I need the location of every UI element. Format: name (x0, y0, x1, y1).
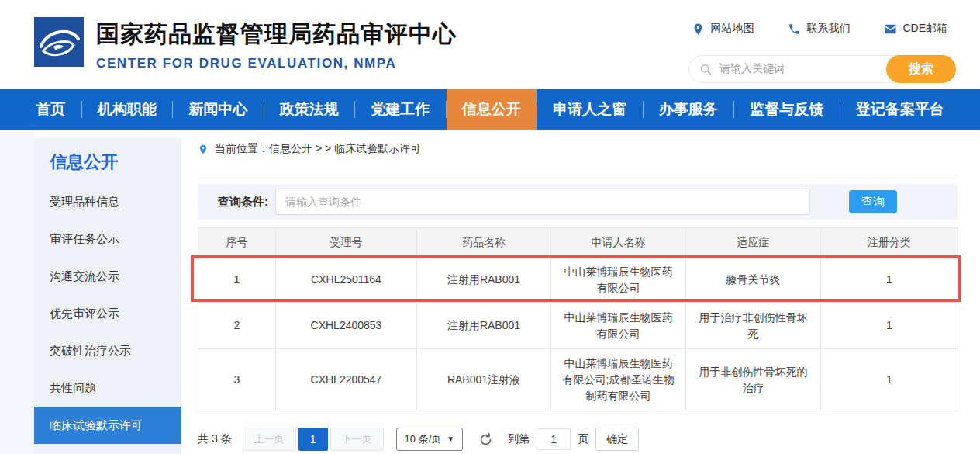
table-cell: 用于治疗非创伤性骨坏死 (686, 303, 821, 349)
column-header: 适应症 (686, 228, 821, 258)
table-cell: 3 (198, 349, 276, 411)
location-pin-icon (692, 23, 705, 36)
breadcrumb-label: 当前位置：信息公开 > > 临床试验默示许可 (215, 142, 421, 156)
site-subtitle: CENTER FOR DRUG EVALUATION, NMPA (96, 56, 457, 71)
sidebar-item-3[interactable]: 优先审评公示 (34, 295, 181, 332)
sidebar-item-6[interactable]: 临床试验默示许可 (34, 407, 181, 444)
column-header: 序号 (198, 228, 276, 258)
results-table: 序号受理号药品名称申请人名称适应症注册分类 1CXHL2501164注射用RAB… (198, 227, 958, 411)
sidebar: 信息公开 受理品种信息审评任务公示沟通交流公示优先审评公示突破性治疗公示共性问题… (34, 138, 181, 454)
breadcrumb-pin-icon (198, 143, 209, 156)
mailbox-label: CDE邮箱 (902, 22, 947, 36)
query-button[interactable]: 查询 (849, 190, 897, 213)
table-row: 1CXHL2501164注射用RAB001中山莱博瑞辰生物医药有限公司膝骨关节炎… (198, 258, 958, 303)
nav-item-1[interactable]: 机构职能 (82, 89, 172, 130)
nav-item-3[interactable]: 政策法规 (264, 89, 354, 130)
chevron-down-icon: ▼ (447, 428, 454, 450)
current-page-button[interactable]: 1 (298, 428, 328, 451)
sitemap-link[interactable]: 网站地图 (692, 22, 754, 36)
table-cell: 1 (821, 258, 958, 303)
confirm-button[interactable]: 确定 (595, 428, 639, 451)
query-condition-input[interactable] (275, 189, 810, 215)
table-cell: CXHL2400853 (276, 303, 417, 349)
page-header: 国家药品监督管理局药品审评中心 CENTER FOR DRUG EVALUATI… (0, 0, 980, 89)
nav-item-2[interactable]: 新闻中心 (173, 89, 263, 130)
table-cell: 中山莱博瑞辰生物医药有限公司 (551, 258, 686, 303)
sidebar-item-1[interactable]: 审评任务公示 (34, 220, 181, 258)
column-header: 受理号 (276, 228, 417, 258)
site-title: 国家药品监督管理局药品审评中心 (96, 19, 457, 50)
nav-item-0[interactable]: 首页 (20, 89, 81, 130)
page-size-value: 10 条/页 (405, 428, 442, 450)
cde-logo (34, 17, 84, 67)
nav-item-4[interactable]: 党建工作 (355, 89, 445, 130)
table-cell: RAB001注射液 (417, 349, 551, 411)
table-cell: 1 (198, 258, 276, 303)
table-cell: CXHL2501164 (276, 258, 417, 303)
table-cell: 膝骨关节炎 (686, 258, 821, 303)
logo-swoosh-icon (34, 17, 84, 67)
sidebar-title: 信息公开 (34, 138, 181, 183)
main-area: 信息公开 受理品种信息审评任务公示沟通交流公示优先审评公示突破性治疗公示共性问题… (0, 130, 980, 454)
contact-label: 联系我们 (806, 22, 850, 36)
page-size-select[interactable]: 10 条/页 ▼ (396, 428, 464, 451)
search-icon (699, 63, 713, 76)
content-panel: 当前位置：信息公开 > > 临床试验默示许可 查询条件: 查询 序号受理号药品名… (198, 130, 958, 454)
query-condition-label: 查询条件: (218, 184, 268, 220)
divider (198, 175, 958, 175)
header-quick-links: 网站地图 联系我们 CDE邮箱 (692, 22, 947, 36)
goto-page-input[interactable] (537, 428, 571, 450)
table-cell: 注射用RAB001 (417, 303, 551, 349)
goto-page-suffix: 页 (578, 432, 588, 446)
column-header: 注册分类 (821, 228, 958, 258)
left-background-strip (0, 130, 34, 454)
goto-page-label: 到第 (508, 432, 530, 446)
table-cell: 用于非创伤性骨坏死的治疗 (686, 349, 821, 411)
table-row: 3CXHL2200547RAB001注射液中山莱博瑞辰生物医药有限公司;成都圣诺… (198, 349, 958, 411)
table-cell: 中山莱博瑞辰生物医药有限公司;成都圣诺生物制药有限公司 (551, 349, 686, 411)
nav-item-9[interactable]: 登记备案平台 (840, 89, 960, 130)
sidebar-item-4[interactable]: 突破性治疗公示 (34, 332, 181, 369)
mailbox-link[interactable]: CDE邮箱 (884, 22, 947, 36)
sidebar-item-2[interactable]: 沟通交流公示 (34, 258, 181, 295)
next-page-button[interactable]: 下一页 (330, 428, 384, 451)
phone-icon (788, 23, 801, 36)
query-bar: 查询条件: 查询 (198, 184, 958, 220)
prev-page-button[interactable]: 上一页 (243, 428, 296, 451)
pagination: 共 3 条 上一页 1 下一页 10 条/页 ▼ 到第 页 确定 (198, 428, 639, 451)
sitemap-label: 网站地图 (710, 22, 754, 36)
nav-item-8[interactable]: 监督与反馈 (734, 89, 839, 130)
breadcrumb: 当前位置：信息公开 > > 临床试验默示许可 (198, 142, 421, 156)
table-cell: 2 (198, 303, 276, 349)
search-button[interactable]: 搜索 (886, 55, 956, 83)
column-header: 药品名称 (417, 228, 551, 258)
search-placeholder: 请输入关键词 (719, 62, 785, 76)
nav-item-5[interactable]: 信息公开 (447, 89, 537, 130)
table-cell: 1 (821, 303, 958, 349)
mail-icon (884, 23, 897, 36)
refresh-icon[interactable] (478, 431, 495, 448)
table-cell: 1 (821, 349, 958, 411)
table-header: 序号受理号药品名称申请人名称适应症注册分类 (198, 228, 958, 258)
total-count-label: 共 3 条 (198, 432, 232, 446)
nav-item-7[interactable]: 办事服务 (644, 89, 733, 130)
sidebar-item-5[interactable]: 共性问题 (34, 369, 181, 407)
contact-link[interactable]: 联系我们 (788, 22, 850, 36)
sidebar-items: 受理品种信息审评任务公示沟通交流公示优先审评公示突破性治疗公示共性问题临床试验默… (34, 183, 181, 444)
nav-item-6[interactable]: 申请人之窗 (537, 89, 642, 130)
table-cell: 中山莱博瑞辰生物医药有限公司 (551, 303, 686, 349)
main-nav: 首页机构职能新闻中心政策法规党建工作信息公开申请人之窗办事服务监督与反馈登记备案… (0, 89, 980, 130)
table-cell: 注射用RAB001 (417, 258, 551, 303)
table-row: 2CXHL2400853注射用RAB001中山莱博瑞辰生物医药有限公司用于治疗非… (198, 303, 958, 349)
table-cell: CXHL2200547 (276, 349, 417, 411)
sidebar-item-0[interactable]: 受理品种信息 (34, 183, 181, 220)
column-header: 申请人名称 (551, 228, 686, 258)
